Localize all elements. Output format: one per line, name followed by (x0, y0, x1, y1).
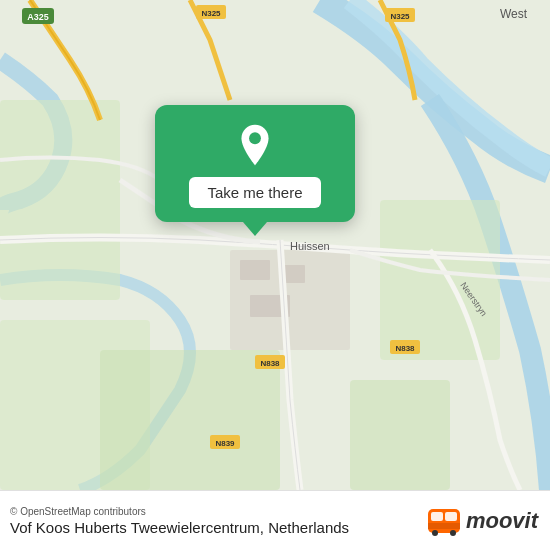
svg-text:A325: A325 (27, 12, 49, 22)
svg-point-25 (249, 132, 261, 144)
location-pin-icon (233, 123, 277, 167)
take-me-there-button[interactable]: Take me there (189, 177, 320, 208)
svg-rect-5 (350, 380, 450, 490)
svg-rect-7 (240, 260, 270, 280)
svg-text:N839: N839 (215, 439, 235, 448)
svg-text:N838: N838 (260, 359, 280, 368)
svg-text:Huissen: Huissen (290, 240, 330, 252)
svg-text:N325: N325 (390, 12, 410, 21)
svg-rect-28 (445, 512, 457, 521)
moovit-logo: moovit (426, 503, 538, 539)
svg-text:West: West (500, 7, 528, 21)
svg-text:N325: N325 (201, 9, 221, 18)
footer-bar: © OpenStreetMap contributors Vof Koos Hu… (0, 490, 550, 550)
moovit-logo-icon (426, 503, 462, 539)
svg-point-29 (432, 530, 438, 536)
map-svg: A325 N325 N325 West Neerstryn N838 N838 … (0, 0, 550, 490)
osm-attribution: © OpenStreetMap contributors (10, 506, 349, 517)
svg-point-30 (450, 530, 456, 536)
svg-rect-27 (431, 512, 443, 521)
svg-rect-1 (0, 100, 120, 300)
svg-rect-3 (100, 350, 280, 490)
footer-info: © OpenStreetMap contributors Vof Koos Hu… (10, 506, 349, 536)
svg-rect-4 (380, 200, 500, 360)
popup-card[interactable]: Take me there (155, 105, 355, 222)
svg-text:N838: N838 (395, 344, 415, 353)
location-name: Vof Koos Huberts Tweewielercentrum, Neth… (10, 519, 349, 536)
map-container: A325 N325 N325 West Neerstryn N838 N838 … (0, 0, 550, 490)
moovit-text: moovit (466, 508, 538, 534)
svg-rect-31 (428, 523, 460, 529)
